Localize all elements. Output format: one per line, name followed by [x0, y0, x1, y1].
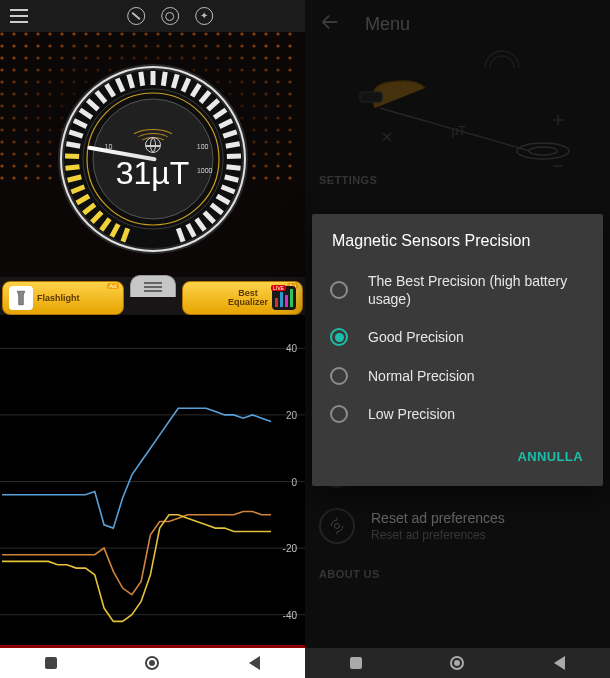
nav-home-button[interactable] [143, 654, 161, 672]
precision-option[interactable]: Normal Precision [324, 357, 591, 395]
dialog-title: Magnetic Sensors Precision [312, 214, 603, 256]
ad-badge: Ad [107, 283, 118, 289]
precision-option[interactable]: The Best Precision (high battery usage) [324, 262, 591, 318]
ad-flashlight-label: Flashlight [37, 294, 80, 303]
svg-rect-53 [285, 295, 288, 307]
field-history-chart: 40200-20-40 [0, 315, 305, 648]
chart-y-label: 20 [286, 409, 297, 420]
hamburger-menu-button[interactable] [8, 5, 30, 27]
nav-recent-button[interactable] [42, 654, 60, 672]
precision-option-label: Normal Precision [368, 367, 475, 385]
drawer-handle[interactable] [130, 275, 176, 297]
metal-detector-screen: 10 100 1000 31µT Ad Flashlight Ad Best E… [0, 0, 305, 678]
precision-option[interactable]: Good Precision [324, 318, 591, 356]
equalizer-icon: LIVE [272, 286, 296, 310]
chart-y-label: -40 [283, 609, 297, 620]
svg-rect-52 [280, 292, 283, 307]
precision-option-label: The Best Precision (high battery usage) [368, 272, 585, 308]
android-nav-bar-right [305, 648, 610, 678]
precision-option-label: Low Precision [368, 405, 455, 423]
svg-rect-51 [275, 298, 278, 307]
gauge-area: 10 100 1000 31µT [0, 32, 305, 277]
radio-icon [330, 405, 348, 423]
radio-icon [330, 328, 348, 346]
radio-icon [330, 281, 348, 299]
precision-option[interactable]: Low Precision [324, 395, 591, 433]
dialog-cancel-button[interactable]: ANNULLA [511, 441, 589, 472]
chart-y-label: -20 [283, 543, 297, 554]
live-badge: LIVE [271, 285, 286, 291]
chart-y-label: 40 [286, 343, 297, 354]
nav-recent-button[interactable] [347, 654, 365, 672]
nav-back-button[interactable] [245, 654, 263, 672]
chart-series-axis-orange [2, 511, 271, 594]
ad-equalizer-button[interactable]: Ad Best Equalizer LIVE [182, 281, 304, 315]
menu-screen: Menu µT S [305, 0, 610, 678]
flashlight-icon [9, 286, 33, 310]
gauge: 10 100 1000 31µT [53, 59, 253, 259]
ad-flashlight-button[interactable]: Ad Flashlight [2, 281, 124, 315]
svg-rect-54 [290, 289, 293, 307]
mode-icon-2[interactable] [161, 7, 179, 25]
chart-y-label: 0 [291, 476, 297, 487]
precision-dialog: Magnetic Sensors Precision The Best Prec… [312, 214, 603, 486]
precision-option-label: Good Precision [368, 328, 464, 346]
gauge-scale-1000: 1000 [197, 167, 213, 174]
nav-home-button[interactable] [448, 654, 466, 672]
mode-icon-1[interactable] [127, 7, 145, 25]
mode-icon-3[interactable] [195, 7, 213, 25]
gauge-reading: 31µT [116, 155, 190, 192]
ad-equalizer-label: Best Equalizer [228, 289, 268, 307]
globe-icon [145, 137, 161, 153]
left-top-bar [0, 0, 305, 32]
chart-series-axis-yellow [2, 515, 271, 622]
gauge-scale-100: 100 [197, 143, 209, 150]
android-nav-bar-left [0, 648, 305, 678]
chart-series-axis-blue [2, 408, 271, 528]
radio-icon [330, 367, 348, 385]
nav-back-button[interactable] [550, 654, 568, 672]
